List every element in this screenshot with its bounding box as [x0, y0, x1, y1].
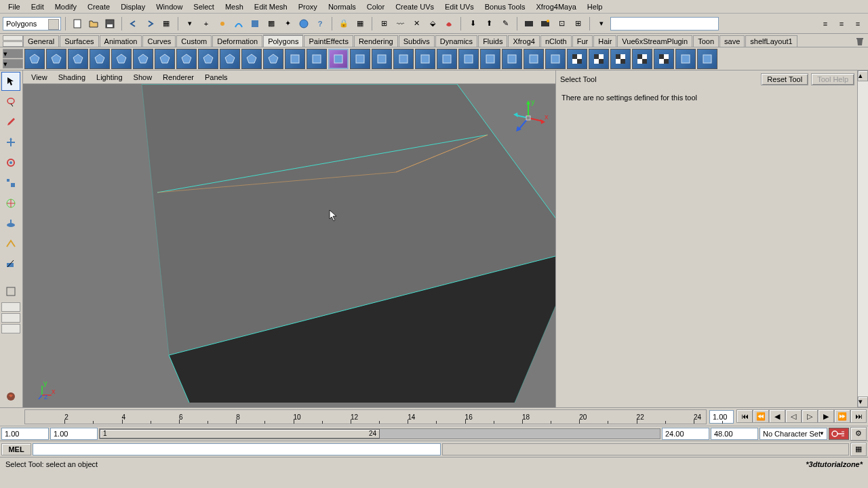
shelf-type1-button[interactable]: [285, 49, 305, 69]
shelf-plane2-button[interactable]: [350, 49, 370, 69]
shelf-tab-surfaces[interactable]: Surfaces: [60, 35, 98, 47]
viewport-menu-renderer[interactable]: Renderer: [157, 72, 199, 83]
shelf-tab-polygons[interactable]: Polygons: [263, 35, 303, 47]
shelf-tab-painteffects[interactable]: PaintEffects: [304, 35, 353, 47]
shelf-tab-fluids[interactable]: Fluids: [478, 35, 507, 47]
lock-button[interactable]: 🔒: [336, 16, 351, 31]
snap-point-button[interactable]: ✕: [409, 16, 424, 31]
shelf-helix-button[interactable]: [220, 49, 240, 69]
menu-display[interactable]: Display: [115, 1, 151, 12]
shelf-prism-button[interactable]: [155, 49, 175, 69]
prefs-button[interactable]: ⚙: [850, 427, 867, 441]
help-icon[interactable]: ?: [313, 16, 328, 31]
shelf-menu-button[interactable]: ▾: [3, 49, 23, 58]
viewport-menu-lighting[interactable]: Lighting: [91, 72, 128, 83]
channel-box-button[interactable]: ≡: [850, 16, 865, 31]
play-forward-button[interactable]: ▷: [802, 409, 818, 423]
shelf-avg-button[interactable]: [502, 49, 522, 69]
single-view-button[interactable]: [1, 282, 20, 301]
mode-dropdown[interactable]: Polygons: [3, 17, 61, 30]
shelf-bool1-button[interactable]: [415, 49, 435, 69]
snap-live-button[interactable]: [441, 16, 456, 31]
current-frame-field[interactable]: 1.00: [709, 410, 734, 424]
shelf-pyramid-button[interactable]: [176, 49, 197, 69]
search-input[interactable]: [610, 17, 719, 30]
shelf-bool2-button[interactable]: [437, 49, 457, 69]
shelf-tab-ncloth[interactable]: nCloth: [540, 35, 572, 47]
shelf-cylinder-button[interactable]: [68, 49, 88, 69]
goto-end-button[interactable]: ⏭: [850, 409, 867, 423]
menu-create[interactable]: Create: [82, 1, 115, 12]
shelf-sphere-button[interactable]: [24, 49, 45, 69]
select-obj-button[interactable]: ▾: [182, 16, 197, 31]
render-dropdown-button[interactable]: ▾: [594, 16, 609, 31]
highlight-button[interactable]: ▦: [353, 16, 368, 31]
snap-plane-button[interactable]: ⬙: [425, 16, 440, 31]
undo-button[interactable]: [126, 16, 141, 31]
view-axis-gizmo[interactable]: y x: [508, 98, 549, 138]
manip-tool[interactable]: [1, 194, 20, 213]
select-face-button[interactable]: [248, 16, 262, 31]
construction-button[interactable]: ✎: [498, 16, 513, 31]
shelf-edit-button[interactable]: ▾: [3, 59, 23, 68]
attr-editor-button[interactable]: ≡: [818, 16, 833, 31]
shelf-grid1-button[interactable]: [372, 49, 392, 69]
range-start-field[interactable]: [50, 428, 98, 440]
anim-end-field[interactable]: [711, 428, 758, 440]
shelf-quad-button[interactable]: [697, 49, 717, 69]
shelf-soccer-button[interactable]: [241, 49, 262, 69]
shelf-check3-button[interactable]: [632, 49, 652, 69]
show-manip-tool[interactable]: [1, 235, 20, 253]
command-input[interactable]: [33, 443, 441, 455]
layout-button-1[interactable]: [1, 313, 20, 323]
render-region-button[interactable]: ⊡: [554, 16, 569, 31]
shelf-plane-button[interactable]: [111, 49, 132, 69]
menu-proxy[interactable]: Proxy: [293, 1, 323, 12]
shelf-tab-general[interactable]: General: [23, 35, 59, 47]
menu-edit[interactable]: Edit: [26, 1, 50, 12]
four-view-button[interactable]: [1, 302, 20, 312]
shelf-extrude-button[interactable]: [524, 49, 544, 69]
menu-edit-mesh[interactable]: Edit Mesh: [249, 1, 293, 12]
ipr-button[interactable]: [538, 16, 553, 31]
menu-color[interactable]: Color: [361, 1, 390, 12]
reset-tool-button[interactable]: Reset Tool: [761, 73, 808, 85]
viewport-menu-view[interactable]: View: [26, 72, 53, 83]
shelf-tab-dynamics[interactable]: Dynamics: [435, 35, 477, 47]
scroll-down-button[interactable]: ▾: [858, 396, 868, 407]
new-scene-button[interactable]: [70, 16, 85, 31]
shelf-tab-fur[interactable]: Fur: [572, 35, 593, 47]
select-edge-button[interactable]: [231, 16, 246, 31]
menu-file[interactable]: File: [3, 1, 26, 12]
layout-button-2[interactable]: [1, 324, 20, 333]
shelf-tab-curves[interactable]: Curves: [142, 35, 176, 47]
shelf-tab-rendering[interactable]: Rendering: [354, 35, 398, 47]
lasso-tool[interactable]: [1, 92, 20, 111]
step-back-button[interactable]: ◀: [769, 409, 785, 423]
shelf-tab-toon[interactable]: Toon: [693, 35, 719, 47]
shelf-tab-save[interactable]: save: [719, 35, 745, 47]
shelf-tab-vue6xstreamplugin[interactable]: Vue6xStreamPlugin: [617, 35, 692, 47]
script-editor-toggle[interactable]: ▦: [850, 443, 867, 456]
soft-mod-tool[interactable]: [1, 214, 20, 233]
select-tool[interactable]: [1, 72, 20, 91]
range-end-field[interactable]: [662, 428, 709, 440]
rotate-tool[interactable]: [1, 153, 20, 172]
history-in-button[interactable]: ⬇: [465, 16, 480, 31]
viewport-menu-shading[interactable]: Shading: [53, 72, 91, 83]
open-scene-button[interactable]: [86, 16, 101, 31]
paint-select-tool[interactable]: [1, 113, 20, 131]
menu-edit-uvs[interactable]: Edit UVs: [439, 1, 479, 12]
move-tool[interactable]: [1, 133, 20, 152]
auto-key-button[interactable]: [829, 428, 849, 440]
last-tool[interactable]: [1, 255, 20, 274]
shelf-sculpt-button[interactable]: [654, 49, 674, 69]
script-lang-button[interactable]: MEL: [1, 443, 31, 455]
menu-help[interactable]: Help: [582, 1, 608, 12]
shelf-check2-button[interactable]: [589, 49, 609, 69]
redo-button[interactable]: [142, 16, 157, 31]
shelf-type2-button[interactable]: [307, 49, 327, 69]
shelf-cube2-button[interactable]: [328, 49, 349, 69]
shelf-grid3-button[interactable]: [610, 49, 631, 69]
select-comp-button[interactable]: +: [199, 16, 214, 31]
